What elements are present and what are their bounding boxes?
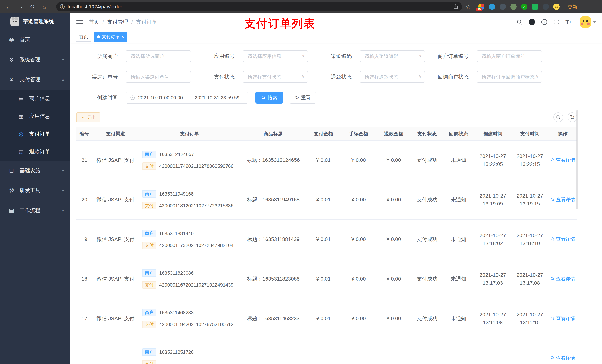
table-row[interactable]: 17 微信 JSAPI 支付 商户 1635311468233 支付 42000… (76, 299, 577, 338)
sidebar-item-merchant-info[interactable]: ▤ 商户信息 (0, 90, 70, 107)
breadcrumb-payment[interactable]: 支付管理 (107, 19, 128, 26)
table-scrollbar[interactable] (576, 110, 578, 209)
extension-palette-icon[interactable]: 10 (478, 3, 484, 10)
view-detail-link[interactable]: 查看详情 (550, 157, 575, 163)
cell-notify: 未通知 (443, 275, 474, 282)
breadcrumb-home[interactable]: 首页 (89, 19, 99, 26)
view-detail-link[interactable]: 查看详情 (550, 355, 575, 361)
sidebar-item-label: 研发工具 (20, 187, 40, 194)
app-id-select[interactable]: ∨ (243, 50, 308, 62)
home-icon[interactable]: ⌂ (39, 2, 49, 11)
clock-icon (130, 95, 135, 100)
app-logo-row[interactable]: 芋道管理系统 (0, 13, 70, 30)
refund-status-input[interactable] (360, 71, 425, 83)
merchant-select[interactable] (126, 50, 191, 62)
callback-status-input[interactable] (477, 71, 542, 83)
browser-menu-icon[interactable]: ⋮ (583, 3, 589, 10)
table-row[interactable]: 18 微信 JSAPI 支付 商户 1635311823086 支付 42000… (76, 259, 577, 299)
cell-channel: 微信 JSAPI 支付 (93, 315, 139, 322)
forward-icon[interactable]: → (16, 2, 25, 11)
cell-fee: ¥ 0.00 (341, 197, 376, 203)
extension-olive-icon[interactable] (510, 3, 517, 10)
tab-home[interactable]: 首页 (76, 32, 91, 42)
table-row[interactable]: 21 微信 JSAPI 支付 商户 1635312124657 支付 42000… (76, 141, 577, 180)
breadcrumb: 首页 / 支付管理 / 支付订单 (89, 19, 157, 26)
sidebar-item-dev-tools[interactable]: ⚒ 研发工具 ∨ (0, 180, 70, 200)
sidebar-item-infrastructure[interactable]: ⊡ 基础设施 ∨ (0, 161, 70, 180)
refresh-table-icon[interactable]: ↻ (568, 113, 577, 122)
site-info-icon[interactable]: ⓘ (60, 3, 65, 10)
reset-button[interactable]: ↻ 重置 (290, 92, 316, 104)
app-id-input[interactable] (243, 50, 308, 62)
sidebar-item-label: 首页 (20, 36, 30, 43)
fullscreen-icon[interactable] (553, 19, 559, 25)
share-icon[interactable] (453, 4, 458, 9)
sidebar-item-pay-order[interactable]: ◎ 支付订单 (0, 125, 70, 143)
channel-code-select[interactable]: ∨ (360, 50, 425, 62)
merchant-order-no-input[interactable] (477, 50, 542, 62)
create-time-range-picker[interactable]: 2021-10-01 00:00:00 - 2021-10-31 23:59:5… (126, 92, 248, 104)
cell-pay-order: 商户 1635311823086 支付 42000011672021102710… (139, 269, 241, 289)
sidebar-item-workflow[interactable]: ▣ 工作流程 ∨ (0, 200, 70, 220)
address-bar[interactable]: ⓘ localhost:1024/pay/order (56, 2, 462, 11)
reload-icon[interactable]: ↻ (27, 2, 37, 11)
date-start[interactable]: 2021-10-01 00:00:00 (138, 95, 183, 101)
channel-code-input[interactable] (360, 50, 425, 62)
merchant-input[interactable] (126, 50, 191, 62)
cell-title: 标题：1635312124656 (241, 157, 306, 164)
filter-label: 退款状态 (310, 73, 352, 81)
table-toolbar: 导出 ↻ (76, 113, 602, 122)
table-row[interactable]: 19 微信 JSAPI 支付 商户 1635311881440 支付 42000… (76, 220, 577, 259)
cell-status: 支付成功 (411, 196, 443, 203)
download-icon (81, 115, 85, 119)
tab-pay-order[interactable]: 支付订单 × (94, 32, 127, 42)
search-icon[interactable] (516, 19, 522, 25)
breadcrumb-current: 支付订单 (136, 19, 157, 26)
refund-status-select[interactable]: ∨ (360, 71, 425, 83)
extension-dark-icon[interactable] (500, 3, 506, 10)
github-icon[interactable] (529, 19, 535, 25)
sidebar-toggle-icon[interactable] (76, 20, 83, 24)
sidebar-item-payment[interactable]: ¥ 支付管理 ∧ (0, 70, 70, 90)
cell-pay-order: 商户 1635311468233 支付 42000011942021102767… (139, 309, 241, 329)
cell-notify: 未通知 (443, 315, 474, 322)
pay-status-input[interactable] (243, 71, 308, 83)
hide-search-icon[interactable] (553, 113, 563, 122)
font-size-icon[interactable]: TT (565, 19, 571, 26)
sidebar-item-app-info[interactable]: ▦ 应用信息 (0, 107, 70, 125)
extension-drop-icon[interactable] (489, 3, 495, 10)
cell-channel: 微信 JSAPI 支付 (93, 275, 139, 282)
extension-check-icon[interactable]: ✓ (521, 3, 527, 10)
close-icon[interactable]: × (121, 34, 124, 39)
channel-order-no-input[interactable] (126, 71, 191, 83)
filter-label: 商户订单编号 (427, 53, 469, 60)
back-icon[interactable]: ← (4, 2, 13, 11)
table-row[interactable]: 20 微信 JSAPI 支付 商户 1635311949168 支付 42000… (76, 180, 577, 220)
pay-status-select[interactable]: ∨ (243, 71, 308, 83)
search-button[interactable]: 搜索 (256, 92, 283, 104)
merchant-order-no-field[interactable] (477, 50, 542, 62)
channel-order-no-field[interactable] (126, 71, 191, 83)
callback-status-select[interactable]: ∨ (477, 71, 542, 83)
sidebar-item-home[interactable]: ◉ 首页 (0, 30, 70, 50)
export-button[interactable]: 导出 (76, 113, 100, 122)
url-text[interactable]: localhost:1024/pay/order (68, 4, 453, 10)
extension-pin-icon[interactable] (543, 3, 549, 10)
sidebar-item-system[interactable]: ⚙ 系统管理 ∨ (0, 50, 70, 70)
view-detail-link[interactable]: 查看详情 (550, 276, 575, 282)
cell-refund: ¥ 0.00 (376, 157, 411, 163)
view-detail-link[interactable]: 查看详情 (550, 236, 575, 242)
table-row[interactable]: 商户 1635311251726 支付 (76, 338, 577, 364)
sidebar-item-refund-order[interactable]: ▧ 退款订单 (0, 143, 70, 161)
help-icon[interactable]: ? (541, 19, 547, 25)
bookmark-star-icon[interactable]: ☆ (466, 3, 471, 10)
view-detail-link[interactable]: 查看详情 (550, 197, 575, 203)
user-avatar-menu[interactable] (580, 16, 596, 28)
date-end[interactable]: 2021-10-31 23:59:59 (195, 95, 239, 101)
extension-chat-icon[interactable] (532, 3, 538, 10)
browser-update-button[interactable]: 更新 (568, 3, 577, 10)
cell-id: 21 (76, 157, 93, 163)
view-detail-link[interactable]: 查看详情 (550, 315, 575, 322)
profile-avatar-icon[interactable]: ☺ (553, 3, 559, 10)
cell-status: 支付成功 (411, 275, 443, 282)
